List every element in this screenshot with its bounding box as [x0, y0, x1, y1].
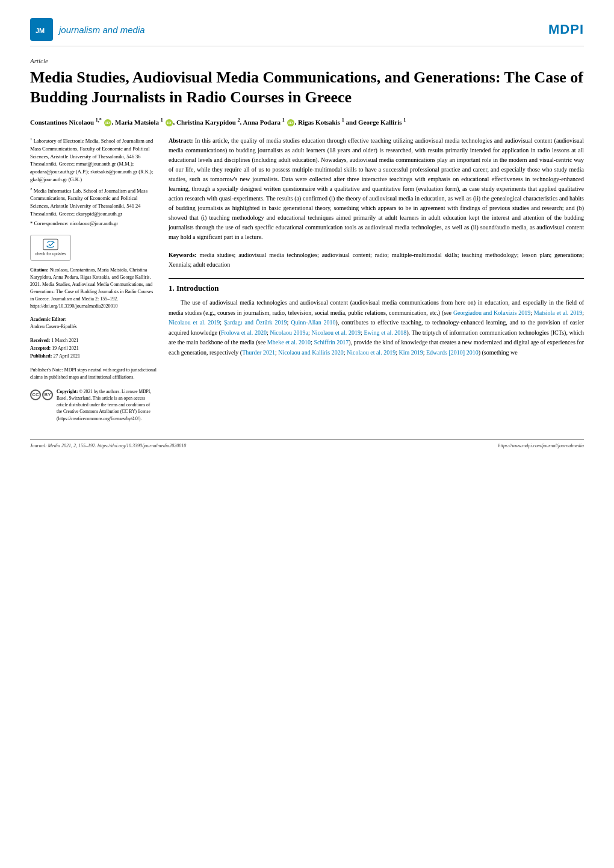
received-label: Received: — [30, 338, 50, 343]
updates-svg — [43, 238, 58, 250]
link-sardagi[interactable]: Şardagı and Öztürk 2019 — [224, 319, 287, 326]
footer-right: https://www.mdpi.com/journal/journalmedi… — [498, 443, 584, 448]
cc-icon: CC — [30, 389, 41, 400]
license-block: CC BY Copyright: © 2021 by the authors. … — [30, 388, 157, 422]
publisher-note: Publisher's Note: MDPI stays neutral wit… — [30, 367, 157, 381]
authors-line: Constantinos Nicolaou 1,* ID, Maria Mats… — [30, 117, 584, 128]
keywords-block: Keywords: media studies; audiovisual med… — [169, 250, 584, 270]
author-karypidou: Christina Karypidou 2 — [176, 119, 240, 126]
footer-left: Journal: Media 2021, 2, 155–192. https:/… — [30, 443, 186, 448]
section1-number: 1. — [169, 284, 175, 293]
by-icon: BY — [42, 389, 53, 400]
header-left: JM journalism and media — [30, 18, 145, 41]
section1-paragraph1: The use of audiovisual media technologie… — [169, 298, 584, 358]
link-schiffrin[interactable]: Schiffrin 2017 — [314, 339, 349, 346]
mdpi-logo: MDPI — [548, 22, 584, 37]
article-label: Article — [30, 57, 584, 64]
header: JM journalism and media MDPI — [30, 18, 584, 46]
page: JM journalism and media MDPI Article Med… — [0, 0, 614, 868]
abstract-block: Abstract: In this article, the quality o… — [169, 136, 584, 242]
keywords-label: Keywords: — [169, 252, 197, 258]
link-frolova[interactable]: Frolova et al. 2020 — [221, 329, 267, 336]
author-matsiola: Maria Matsiola 1 — [115, 119, 163, 126]
affiliation-1: 1 Laboratory of Electronic Media, School… — [30, 136, 157, 183]
link-nicolaou-2019[interactable]: Nicolaou et al. 2019 — [169, 319, 220, 326]
article-title: Media Studies, Audiovisual Media Communi… — [30, 68, 584, 107]
check-updates-text: check for updates — [33, 252, 68, 256]
received-date: 1 March 2021 — [51, 338, 78, 343]
section1-heading: 1. Introduction — [169, 284, 584, 293]
academic-editor-block: Academic Editor: Andreu Casero-Ripollés — [30, 316, 157, 332]
link-nicolaou-2019a[interactable]: Nicolaou 2019a — [270, 329, 308, 336]
author-kalliris: George Kalliris 1 — [358, 119, 406, 126]
link-quinn[interactable]: Quinn-Allan 2010 — [291, 319, 335, 326]
orcid-icon-2: ID — [166, 119, 173, 126]
journal-name: journalism and media — [59, 25, 145, 35]
abstract-label: Abstract: — [169, 137, 193, 144]
section-divider — [169, 278, 584, 279]
svg-text:JM: JM — [36, 27, 45, 34]
abstract-text: In this article, the quality of media st… — [169, 137, 584, 240]
author-constantinos: Constantinos Nicolaou 1,* — [30, 119, 102, 126]
link-thurder[interactable]: Thurder 2021 — [242, 349, 275, 356]
dates-block: Received: 1 March 2021 Accepted: 19 Apri… — [30, 337, 157, 360]
check-for-updates-badge[interactable]: check for updates — [30, 235, 71, 260]
footer: Journal: Media 2021, 2, 155–192. https:/… — [30, 439, 584, 448]
link-ewing[interactable]: Ewing et al. 2018 — [364, 329, 406, 336]
link-edwards[interactable]: Edwards [2010] 2010 — [426, 349, 479, 356]
two-column-layout: 1 Laboratory of Electronic Media, School… — [30, 136, 584, 427]
academic-editor-label: Academic Editor: — [30, 317, 67, 322]
left-column: 1 Laboratory of Electronic Media, School… — [30, 136, 157, 427]
check-updates-icon — [33, 238, 68, 250]
right-column: Abstract: In this article, the quality o… — [169, 136, 584, 427]
copyright-label: Copyright: — [57, 389, 78, 394]
link-nicolaou-kalliris[interactable]: Nicolaou and Kalliris 2020 — [278, 349, 344, 356]
cc-logo: CC BY — [30, 389, 53, 400]
accepted-date: 19 April 2021 — [52, 346, 78, 351]
link-nicolaou-et-al[interactable]: Nicolaou et al. 2019 — [311, 329, 361, 336]
affiliation-2: 2 Media Informatics Lab, School of Journ… — [30, 186, 157, 218]
journal-logo-box: JM — [30, 18, 53, 41]
citation-label: Citation: — [30, 267, 49, 273]
citation-text: Nicolaou, Constantinos, Maria Matsiola, … — [30, 267, 153, 309]
link-mbeke[interactable]: Mbeke et al. 2010 — [267, 339, 311, 346]
author-kotsakis: Rigas Kotsakis 1 — [298, 119, 344, 126]
svg-rect-2 — [43, 239, 58, 249]
correspondence: * Correspondence: nicolaouc@jour.auth.gr — [30, 220, 157, 228]
affiliations: 1 Laboratory of Electronic Media, School… — [30, 136, 157, 228]
link-georgiadou[interactable]: Georgiadou and Kolaxizis 2019 — [453, 309, 530, 316]
journal-logo-icon: JM — [33, 21, 50, 38]
link-kim[interactable]: Kim 2019 — [398, 349, 423, 356]
author-podara: Anna Podara 1 — [243, 119, 284, 126]
accepted-label: Accepted: — [30, 346, 51, 351]
published-label: Published: — [30, 353, 52, 359]
copyright-text: Copyright: © 2021 by the authors. Licens… — [57, 388, 157, 422]
section1-title: Introduction — [176, 284, 219, 293]
published-date: 27 April 2021 — [53, 353, 79, 359]
orcid-icon-1: ID — [104, 119, 111, 126]
citation-block: Citation: Nicolaou, Constantinos, Maria … — [30, 267, 157, 310]
publisher-note-label: Publisher's Note: — [30, 367, 63, 373]
orcid-icon-3: ID — [287, 119, 294, 126]
keywords-text: media studies; audiovisual media technol… — [169, 252, 584, 268]
academic-editor-name: Andreu Casero-Ripollés — [30, 324, 77, 329]
link-matsiola[interactable]: Matsiola et al. 2019 — [534, 309, 582, 316]
link-nicolaou-2019b[interactable]: Nicolaou et al. 2019 — [347, 349, 395, 356]
